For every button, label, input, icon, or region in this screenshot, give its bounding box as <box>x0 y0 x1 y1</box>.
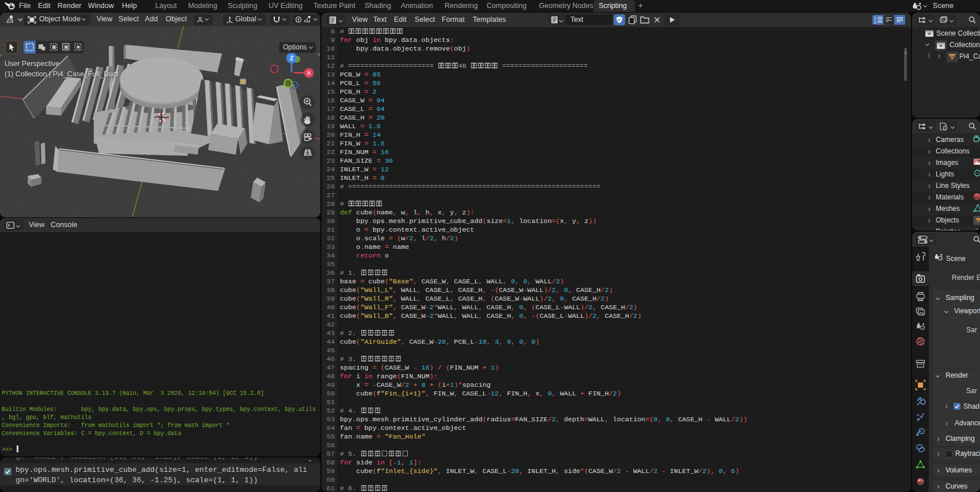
svg-text:X: X <box>307 70 311 76</box>
svg-text:2: 2 <box>874 20 876 24</box>
svg-text:Z: Z <box>290 55 293 62</box>
svg-text:‹: ‹ <box>317 51 320 57</box>
svg-text:›: › <box>0 51 2 58</box>
svg-text:1: 1 <box>874 16 876 20</box>
